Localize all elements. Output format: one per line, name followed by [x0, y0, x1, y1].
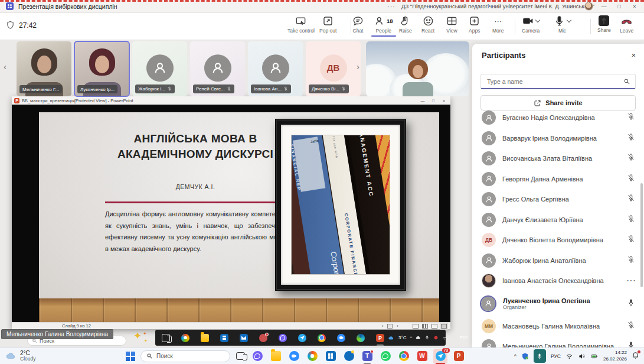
mic-off-icon[interactable] — [626, 112, 636, 123]
participant-row[interactable]: Мельниченко Галина Володимирівна — [472, 336, 644, 347]
wifi-icon[interactable] — [565, 353, 573, 360]
camera-button[interactable]: Camera — [522, 15, 540, 34]
powerpoint-titlebar[interactable]: P ВБ_магістри_презентація[Protected View… — [12, 96, 450, 105]
chat-button[interactable]: Chat — [352, 15, 364, 34]
video-tile[interactable]: Лукянченко Ір... — [74, 41, 129, 96]
mic-button[interactable]: Mic — [554, 15, 571, 34]
taskbar-app-powerpoint-icon[interactable]: P — [452, 349, 466, 364]
window-maximize-button[interactable]: □ — [614, 4, 624, 9]
video-tile[interactable]: Жаборюк І... — [132, 41, 187, 96]
ppt-close-button[interactable]: × — [440, 99, 448, 103]
taskbar-app-wps-icon[interactable]: W — [415, 349, 429, 364]
mic-chevron-icon[interactable] — [567, 17, 571, 22]
filmstrip-next-button[interactable]: › — [357, 61, 359, 72]
participant-row[interactable]: Бугаєнко Надія Олександрівна — [472, 108, 644, 128]
slide-menu-button[interactable] — [387, 324, 393, 329]
participant-row[interactable]: Іванова Анастасія Олександрівна··· — [472, 271, 644, 291]
more-options-icon[interactable]: ··· — [626, 275, 636, 286]
window-close-button[interactable]: × — [630, 4, 639, 9]
mic-off-icon[interactable] — [626, 235, 636, 245]
taskbar-app-telegram-icon[interactable]: 73 — [433, 349, 447, 364]
active-mic-indicator[interactable] — [534, 349, 546, 363]
apps-button[interactable]: Apps — [469, 15, 480, 34]
panel-scrollbar[interactable] — [640, 183, 643, 287]
normal-view-button[interactable] — [413, 324, 419, 329]
speaker-icon[interactable] — [578, 353, 586, 360]
participant-row[interactable]: Гресс Ольга Сергіївна — [472, 189, 644, 210]
tray-mic-icon[interactable] — [424, 335, 430, 340]
taskbar-app-mail-icon[interactable] — [237, 330, 251, 346]
taskbar-app-taskview-icon[interactable] — [159, 330, 173, 346]
window-minimize-button[interactable]: — — [599, 4, 609, 9]
participant-row[interactable]: Данчук Єлизавета Юріївна — [472, 210, 644, 230]
taskbar-app-chrome-icon[interactable] — [397, 349, 411, 364]
video-tile[interactable]: Мельниченко Г... — [17, 41, 71, 96]
weather-widget[interactable]: 2°CCloudy — [5, 350, 35, 362]
react-button[interactable]: React — [421, 15, 434, 34]
taskbar-clock[interactable]: 14:2226.02.2026 — [603, 350, 627, 362]
hidden-icons-button[interactable]: ^ — [514, 353, 516, 359]
security-shield-icon[interactable] — [521, 352, 529, 360]
taskbar-app-help-icon[interactable] — [342, 349, 356, 364]
participant-row[interactable]: Варварук Ірина Володимирівна — [472, 128, 644, 149]
taskbar-app-powerpoint-icon[interactable]: P — [373, 330, 387, 346]
mic-on-icon[interactable] — [626, 341, 636, 347]
ppt-maximize-button[interactable]: □ — [429, 99, 437, 103]
taskbar-app-edge-icon[interactable] — [354, 330, 368, 346]
filmstrip-prev-button[interactable]: ‹ — [4, 61, 6, 72]
participant-row[interactable]: Геворгян Даяна Арменівна — [472, 169, 644, 190]
spotlight-video-tile[interactable] — [366, 41, 469, 96]
slideshow-view-button[interactable] — [441, 324, 447, 329]
notifications-button[interactable] — [632, 351, 639, 362]
titlebar-more-icon[interactable]: ··· — [387, 3, 395, 10]
taskbar-app-telegram-icon[interactable] — [295, 330, 309, 346]
slide-sorter-button[interactable] — [422, 324, 428, 329]
leave-button[interactable]: Leave — [620, 15, 633, 34]
mic-off-icon[interactable] — [626, 153, 636, 164]
ppt-minimize-button[interactable]: — — [419, 99, 427, 103]
user-avatar[interactable] — [584, 2, 593, 11]
taskbar-app-explorer-icon[interactable] — [269, 349, 283, 364]
taskbar-app-store-icon[interactable] — [323, 349, 338, 364]
taskbar-app-people-icon[interactable] — [256, 330, 270, 346]
speaker-icon[interactable] — [451, 335, 456, 340]
taskbar-app-viber-icon[interactable] — [276, 330, 290, 346]
language-indicator[interactable]: РУС — [551, 353, 561, 359]
copilot-icon[interactable]: ✦✦✦ — [131, 331, 151, 345]
taskbar-search[interactable]: Поиск — [140, 350, 230, 362]
taskbar-app-explorer-icon[interactable] — [198, 330, 212, 346]
mic-on-icon[interactable] — [626, 298, 636, 309]
next-slide-button[interactable]: › — [397, 323, 398, 329]
participant-row[interactable]: Жаборюк Ірина Анатоліївна — [472, 251, 644, 271]
taskbar-app-copilot-icon[interactable] — [305, 349, 319, 364]
participant-row[interactable]: Височанська Злата Віталіївна — [472, 148, 644, 169]
taskbar-app-zoom-icon[interactable] — [287, 349, 301, 364]
taskbar-app-teams-icon[interactable]: T — [360, 349, 374, 364]
video-tile[interactable]: Репей Євге... — [190, 41, 245, 96]
network-icon[interactable] — [442, 335, 447, 340]
taskbar-app-whatsapp-icon[interactable] — [378, 349, 393, 364]
task-view-button[interactable] — [236, 352, 245, 360]
taskbar-app-chrome-icon[interactable] — [315, 330, 329, 346]
mic-off-icon[interactable] — [626, 255, 636, 266]
take-control-button[interactable]: Take control — [287, 15, 315, 34]
pop-out-button[interactable]: Pop out — [319, 15, 336, 34]
taskbar-app-zoom-icon[interactable] — [334, 330, 348, 346]
start-button[interactable] — [126, 352, 135, 361]
raise-hand-button[interactable]: Raise — [399, 15, 412, 34]
participant-search[interactable] — [480, 74, 636, 89]
camera-chevron-icon[interactable] — [535, 17, 540, 22]
video-tile[interactable]: ДВДяченко Ві... — [306, 41, 361, 96]
onedrive-icon[interactable] — [416, 335, 421, 340]
view-button[interactable]: View — [446, 15, 457, 34]
recording-icon[interactable] — [433, 335, 439, 340]
battery-icon[interactable] — [590, 353, 599, 360]
taskbar-app-viber-icon[interactable] — [250, 349, 264, 364]
people-button[interactable]: 18 People — [374, 15, 393, 34]
participant-row[interactable]: МММасановець Галина Миколаївна — [472, 316, 644, 337]
share-button[interactable]: Share — [597, 15, 611, 33]
video-tile[interactable]: Іванова Ан... — [248, 41, 303, 96]
panel-close-icon[interactable]: × — [631, 51, 636, 60]
mic-off-icon[interactable] — [626, 214, 636, 225]
mic-off-icon[interactable] — [626, 133, 636, 144]
